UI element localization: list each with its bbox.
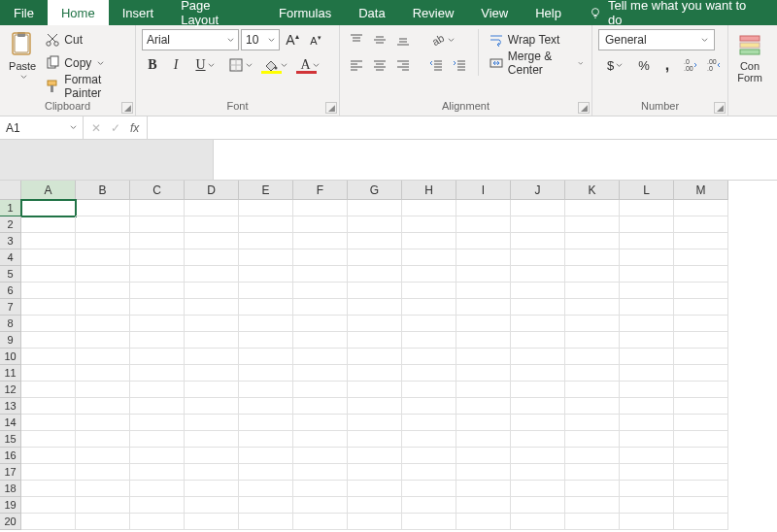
cell-K6[interactable] <box>565 283 620 299</box>
cell-E12[interactable] <box>239 382 293 398</box>
cell-B7[interactable] <box>76 299 130 316</box>
tab-file[interactable]: File <box>0 0 48 25</box>
cell-C17[interactable] <box>130 464 185 481</box>
cell-H7[interactable] <box>402 299 456 316</box>
row-header-6[interactable]: 6 <box>0 283 21 299</box>
cell-F17[interactable] <box>293 464 348 481</box>
cell-I10[interactable] <box>456 349 511 365</box>
cell-A6[interactable] <box>21 283 76 299</box>
cell-M8[interactable] <box>674 316 728 332</box>
cell-A8[interactable] <box>21 316 76 332</box>
cell-A12[interactable] <box>21 382 76 398</box>
column-header-J[interactable]: J <box>511 181 565 200</box>
cell-L16[interactable] <box>620 448 674 464</box>
cell-F9[interactable] <box>293 332 348 349</box>
cell-K2[interactable] <box>565 216 620 233</box>
grow-font-button[interactable]: A▴ <box>282 29 303 50</box>
underline-button[interactable]: U <box>188 54 221 76</box>
cell-J10[interactable] <box>511 349 565 365</box>
cell-I9[interactable] <box>456 332 511 349</box>
cell-F3[interactable] <box>293 233 348 249</box>
font-size-select[interactable]: 10 <box>241 29 280 50</box>
cell-K16[interactable] <box>565 448 620 464</box>
cell-A9[interactable] <box>21 332 76 349</box>
cell-F16[interactable] <box>293 448 348 464</box>
cell-L20[interactable] <box>620 514 674 530</box>
cell-B16[interactable] <box>76 448 130 464</box>
number-format-select[interactable]: General <box>598 29 715 50</box>
cell-A5[interactable] <box>21 266 76 283</box>
cell-G17[interactable] <box>348 464 402 481</box>
cell-D20[interactable] <box>185 514 239 530</box>
row-header-1[interactable]: 1 <box>0 200 21 216</box>
cell-E10[interactable] <box>239 349 293 365</box>
cell-I1[interactable] <box>456 200 511 216</box>
cell-B11[interactable] <box>76 365 130 382</box>
cell-B18[interactable] <box>76 481 130 497</box>
row-header-3[interactable]: 3 <box>0 233 21 249</box>
cell-J2[interactable] <box>511 216 565 233</box>
cell-A11[interactable] <box>21 365 76 382</box>
cell-K8[interactable] <box>565 316 620 332</box>
column-header-K[interactable]: K <box>565 181 620 200</box>
cell-D14[interactable] <box>185 415 239 431</box>
cell-B3[interactable] <box>76 233 130 249</box>
cell-L19[interactable] <box>620 497 674 514</box>
fx-icon[interactable]: fx <box>130 121 139 135</box>
cell-B6[interactable] <box>76 283 130 299</box>
align-left-button[interactable] <box>346 54 367 76</box>
cell-C6[interactable] <box>130 283 185 299</box>
cell-I5[interactable] <box>456 266 511 283</box>
cell-I3[interactable] <box>456 233 511 249</box>
cell-G12[interactable] <box>348 382 402 398</box>
cell-C15[interactable] <box>130 431 185 448</box>
cell-D2[interactable] <box>185 216 239 233</box>
cell-I18[interactable] <box>456 481 511 497</box>
cell-E4[interactable] <box>239 249 293 266</box>
row-header-20[interactable]: 20 <box>0 514 21 530</box>
cell-D5[interactable] <box>185 266 239 283</box>
row-header-10[interactable]: 10 <box>0 349 21 365</box>
dialog-launcher-clipboard[interactable]: ◢ <box>121 102 133 114</box>
cell-B2[interactable] <box>76 216 130 233</box>
dialog-launcher-font[interactable]: ◢ <box>325 102 337 114</box>
cell-A10[interactable] <box>21 349 76 365</box>
cell-E9[interactable] <box>239 332 293 349</box>
cell-K15[interactable] <box>565 431 620 448</box>
cell-E1[interactable] <box>239 200 293 216</box>
cell-B12[interactable] <box>76 382 130 398</box>
cell-B4[interactable] <box>76 249 130 266</box>
cell-I6[interactable] <box>456 283 511 299</box>
cell-F7[interactable] <box>293 299 348 316</box>
cell-G7[interactable] <box>348 299 402 316</box>
cell-E3[interactable] <box>239 233 293 249</box>
cell-E14[interactable] <box>239 415 293 431</box>
cell-G15[interactable] <box>348 431 402 448</box>
decrease-indent-button[interactable] <box>425 54 447 76</box>
cell-H17[interactable] <box>402 464 456 481</box>
cell-H8[interactable] <box>402 316 456 332</box>
cell-J1[interactable] <box>511 200 565 216</box>
cell-D6[interactable] <box>185 283 239 299</box>
column-header-C[interactable]: C <box>130 181 185 200</box>
font-name-select[interactable]: Arial <box>142 29 239 50</box>
cell-C5[interactable] <box>130 266 185 283</box>
cell-K11[interactable] <box>565 365 620 382</box>
align-right-button[interactable] <box>392 54 414 76</box>
cell-H1[interactable] <box>402 200 456 216</box>
cell-D16[interactable] <box>185 448 239 464</box>
cell-A18[interactable] <box>21 481 76 497</box>
cell-G6[interactable] <box>348 283 402 299</box>
cell-I17[interactable] <box>456 464 511 481</box>
cell-G5[interactable] <box>348 266 402 283</box>
increase-decimal-button[interactable]: .0.00 <box>680 54 701 76</box>
cell-L12[interactable] <box>620 382 674 398</box>
column-header-M[interactable]: M <box>674 181 728 200</box>
cell-A4[interactable] <box>21 249 76 266</box>
cell-C20[interactable] <box>130 514 185 530</box>
column-header-H[interactable]: H <box>402 181 456 200</box>
cell-C2[interactable] <box>130 216 185 233</box>
cell-L18[interactable] <box>620 481 674 497</box>
cell-G14[interactable] <box>348 415 402 431</box>
cell-D15[interactable] <box>185 431 239 448</box>
